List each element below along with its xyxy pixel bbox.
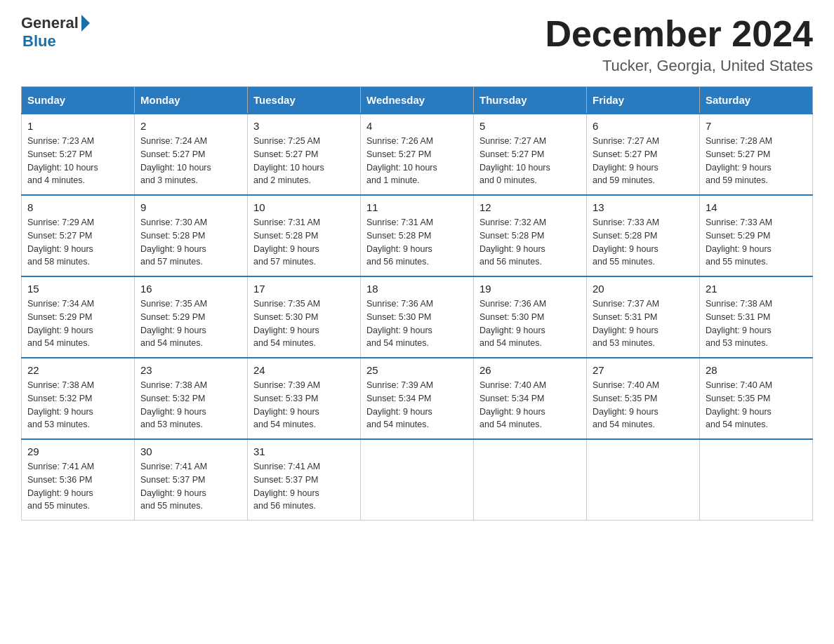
day-info: Sunrise: 7:39 AMSunset: 5:33 PMDaylight:… [253, 379, 355, 431]
calendar-header: SundayMondayTuesdayWednesdayThursdayFrid… [22, 87, 813, 114]
day-info: Sunrise: 7:36 AMSunset: 5:30 PMDaylight:… [479, 297, 581, 350]
day-number: 15 [27, 283, 128, 295]
calendar-cell [361, 439, 474, 521]
header-day-tuesday: Tuesday [248, 87, 361, 114]
day-info: Sunrise: 7:35 AMSunset: 5:30 PMDaylight:… [253, 297, 355, 350]
calendar-cell: 6Sunrise: 7:27 AMSunset: 5:27 PMDaylight… [587, 114, 700, 195]
calendar-cell: 12Sunrise: 7:32 AMSunset: 5:28 PMDayligh… [474, 195, 587, 276]
page-header: General Blue December 2024 Tucker, Georg… [21, 14, 813, 75]
calendar-cell: 30Sunrise: 7:41 AMSunset: 5:37 PMDayligh… [135, 439, 248, 521]
day-info: Sunrise: 7:38 AMSunset: 5:32 PMDaylight:… [140, 379, 241, 431]
logo-general-text: General [21, 14, 79, 32]
day-info: Sunrise: 7:26 AMSunset: 5:27 PMDaylight:… [366, 135, 468, 187]
calendar-cell: 7Sunrise: 7:28 AMSunset: 5:27 PMDaylight… [700, 114, 813, 195]
day-info: Sunrise: 7:29 AMSunset: 5:27 PMDaylight:… [27, 216, 128, 269]
day-number: 14 [706, 201, 807, 213]
day-number: 8 [27, 201, 128, 213]
calendar-cell [700, 439, 813, 521]
calendar-week-2: 8Sunrise: 7:29 AMSunset: 5:27 PMDaylight… [22, 195, 813, 276]
day-number: 24 [253, 364, 355, 376]
day-number: 16 [140, 283, 241, 295]
day-number: 18 [366, 283, 468, 295]
calendar-table: SundayMondayTuesdayWednesdayThursdayFrid… [21, 86, 813, 521]
header-day-saturday: Saturday [700, 87, 813, 114]
calendar-cell: 15Sunrise: 7:34 AMSunset: 5:29 PMDayligh… [22, 276, 135, 358]
calendar-cell: 26Sunrise: 7:40 AMSunset: 5:34 PMDayligh… [474, 358, 587, 439]
calendar-cell: 2Sunrise: 7:24 AMSunset: 5:27 PMDaylight… [135, 114, 248, 195]
calendar-cell: 21Sunrise: 7:38 AMSunset: 5:31 PMDayligh… [700, 276, 813, 358]
calendar-cell: 17Sunrise: 7:35 AMSunset: 5:30 PMDayligh… [248, 276, 361, 358]
day-info: Sunrise: 7:38 AMSunset: 5:32 PMDaylight:… [27, 379, 128, 431]
header-day-thursday: Thursday [474, 87, 587, 114]
day-number: 30 [140, 445, 241, 457]
calendar-cell: 27Sunrise: 7:40 AMSunset: 5:35 PMDayligh… [587, 358, 700, 439]
day-number: 2 [140, 120, 241, 132]
day-number: 17 [253, 283, 355, 295]
calendar-cell: 14Sunrise: 7:33 AMSunset: 5:29 PMDayligh… [700, 195, 813, 276]
calendar-cell: 10Sunrise: 7:31 AMSunset: 5:28 PMDayligh… [248, 195, 361, 276]
day-number: 5 [479, 120, 581, 132]
calendar-cell: 22Sunrise: 7:38 AMSunset: 5:32 PMDayligh… [22, 358, 135, 439]
day-info: Sunrise: 7:39 AMSunset: 5:34 PMDaylight:… [366, 379, 468, 431]
day-info: Sunrise: 7:31 AMSunset: 5:28 PMDaylight:… [253, 216, 355, 269]
day-info: Sunrise: 7:41 AMSunset: 5:37 PMDaylight:… [253, 460, 355, 513]
day-number: 20 [593, 283, 694, 295]
calendar-cell: 9Sunrise: 7:30 AMSunset: 5:28 PMDaylight… [135, 195, 248, 276]
calendar-cell: 20Sunrise: 7:37 AMSunset: 5:31 PMDayligh… [587, 276, 700, 358]
day-info: Sunrise: 7:35 AMSunset: 5:29 PMDaylight:… [140, 297, 241, 350]
calendar-cell: 5Sunrise: 7:27 AMSunset: 5:27 PMDaylight… [474, 114, 587, 195]
day-number: 23 [140, 364, 241, 376]
day-number: 22 [27, 364, 128, 376]
day-info: Sunrise: 7:30 AMSunset: 5:28 PMDaylight:… [140, 216, 241, 269]
title-area: December 2024 Tucker, Georgia, United St… [545, 14, 813, 75]
day-number: 31 [253, 445, 355, 457]
logo-arrow-icon [81, 15, 90, 32]
day-info: Sunrise: 7:27 AMSunset: 5:27 PMDaylight:… [593, 135, 694, 187]
day-info: Sunrise: 7:31 AMSunset: 5:28 PMDaylight:… [366, 216, 468, 269]
day-info: Sunrise: 7:33 AMSunset: 5:28 PMDaylight:… [593, 216, 694, 269]
calendar-cell: 29Sunrise: 7:41 AMSunset: 5:36 PMDayligh… [22, 439, 135, 521]
logo-top: General [21, 14, 90, 32]
calendar-cell: 8Sunrise: 7:29 AMSunset: 5:27 PMDaylight… [22, 195, 135, 276]
day-number: 12 [479, 201, 581, 213]
day-info: Sunrise: 7:28 AMSunset: 5:27 PMDaylight:… [706, 135, 807, 187]
day-info: Sunrise: 7:34 AMSunset: 5:29 PMDaylight:… [27, 297, 128, 350]
location-title: Tucker, Georgia, United States [545, 57, 813, 75]
day-number: 21 [706, 283, 807, 295]
header-row: SundayMondayTuesdayWednesdayThursdayFrid… [22, 87, 813, 114]
calendar-cell: 23Sunrise: 7:38 AMSunset: 5:32 PMDayligh… [135, 358, 248, 439]
calendar-cell: 16Sunrise: 7:35 AMSunset: 5:29 PMDayligh… [135, 276, 248, 358]
day-number: 4 [366, 120, 468, 132]
calendar-week-3: 15Sunrise: 7:34 AMSunset: 5:29 PMDayligh… [22, 276, 813, 358]
day-info: Sunrise: 7:38 AMSunset: 5:31 PMDaylight:… [706, 297, 807, 350]
day-info: Sunrise: 7:41 AMSunset: 5:37 PMDaylight:… [140, 460, 241, 513]
day-number: 10 [253, 201, 355, 213]
day-number: 1 [27, 120, 128, 132]
day-info: Sunrise: 7:37 AMSunset: 5:31 PMDaylight:… [593, 297, 694, 350]
month-title: December 2024 [545, 14, 813, 54]
calendar-cell: 25Sunrise: 7:39 AMSunset: 5:34 PMDayligh… [361, 358, 474, 439]
day-number: 7 [706, 120, 807, 132]
calendar-cell: 3Sunrise: 7:25 AMSunset: 5:27 PMDaylight… [248, 114, 361, 195]
day-info: Sunrise: 7:40 AMSunset: 5:35 PMDaylight:… [706, 379, 807, 431]
day-number: 28 [706, 364, 807, 376]
day-number: 29 [27, 445, 128, 457]
calendar-cell: 4Sunrise: 7:26 AMSunset: 5:27 PMDaylight… [361, 114, 474, 195]
calendar-cell: 18Sunrise: 7:36 AMSunset: 5:30 PMDayligh… [361, 276, 474, 358]
calendar-cell [587, 439, 700, 521]
calendar-body: 1Sunrise: 7:23 AMSunset: 5:27 PMDaylight… [22, 114, 813, 521]
day-info: Sunrise: 7:27 AMSunset: 5:27 PMDaylight:… [479, 135, 581, 187]
header-day-monday: Monday [135, 87, 248, 114]
calendar-cell: 1Sunrise: 7:23 AMSunset: 5:27 PMDaylight… [22, 114, 135, 195]
day-info: Sunrise: 7:32 AMSunset: 5:28 PMDaylight:… [479, 216, 581, 269]
day-number: 19 [479, 283, 581, 295]
day-info: Sunrise: 7:24 AMSunset: 5:27 PMDaylight:… [140, 135, 241, 187]
day-number: 11 [366, 201, 468, 213]
day-info: Sunrise: 7:40 AMSunset: 5:35 PMDaylight:… [593, 379, 694, 431]
day-info: Sunrise: 7:41 AMSunset: 5:36 PMDaylight:… [27, 460, 128, 513]
calendar-week-5: 29Sunrise: 7:41 AMSunset: 5:36 PMDayligh… [22, 439, 813, 521]
day-number: 25 [366, 364, 468, 376]
header-day-friday: Friday [587, 87, 700, 114]
day-info: Sunrise: 7:40 AMSunset: 5:34 PMDaylight:… [479, 379, 581, 431]
calendar-cell: 31Sunrise: 7:41 AMSunset: 5:37 PMDayligh… [248, 439, 361, 521]
